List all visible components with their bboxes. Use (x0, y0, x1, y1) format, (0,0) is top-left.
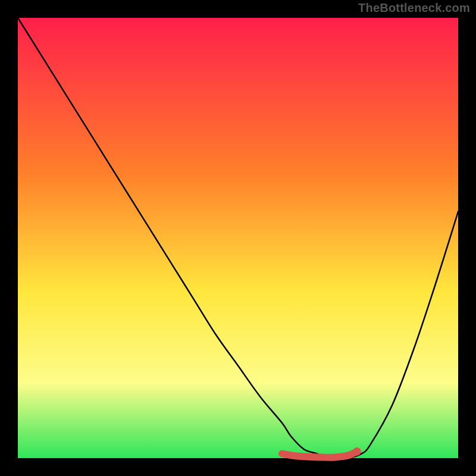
chart-frame: TheBottleneck.com (0, 0, 476, 476)
bottleneck-chart (0, 0, 476, 476)
watermark-text: TheBottleneck.com (358, 1, 470, 15)
plot-background (18, 18, 458, 458)
optimal-point-marker (353, 447, 361, 456)
